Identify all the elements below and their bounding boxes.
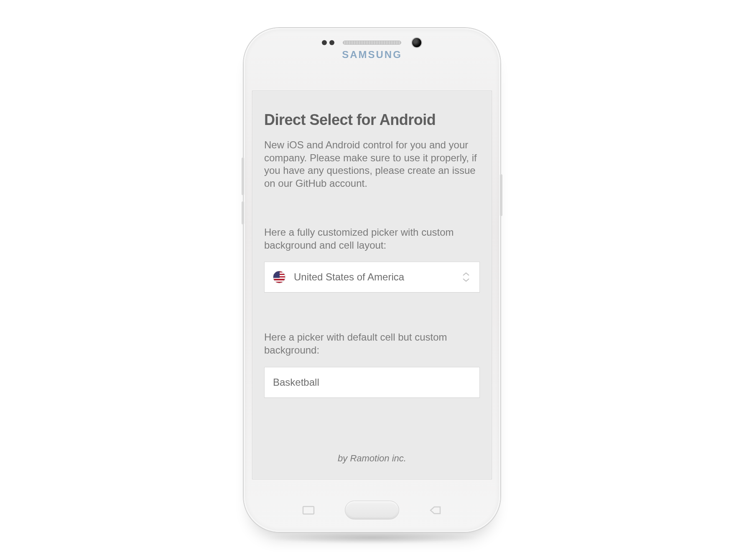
phone-bottom-hardware: [244, 501, 500, 519]
country-picker-value: United States of America: [294, 271, 453, 283]
phone-mockup-frame: SAMSUNG Direct Select for Android New iO…: [244, 28, 500, 532]
sensor-row: [297, 41, 447, 45]
picker1-label: Here a fully customized picker with cust…: [264, 226, 480, 252]
page-title: Direct Select for Android: [264, 111, 480, 129]
flag-us-icon: [273, 271, 285, 283]
volume-down-button: [242, 201, 244, 224]
intro-text: New iOS and Android control for you and …: [264, 139, 480, 190]
device-brand-label: SAMSUNG: [342, 49, 402, 61]
device-screen: Direct Select for Android New iOS and An…: [252, 91, 492, 479]
front-camera-icon: [411, 37, 422, 48]
power-button: [500, 174, 502, 216]
back-icon: [428, 504, 443, 516]
sport-picker-value: Basketball: [273, 377, 471, 388]
volume-up-button: [242, 158, 244, 195]
proximity-sensor-icon: [322, 40, 334, 45]
svg-rect-0: [303, 507, 314, 514]
recent-apps-icon: [301, 504, 316, 516]
picker2-label: Here a picker with default cell but cust…: [264, 331, 480, 356]
speaker-grill-icon: [343, 41, 401, 45]
phone-top-hardware: SAMSUNG: [244, 41, 500, 61]
home-button: [345, 501, 399, 519]
footer-credit: by Ramotion inc.: [264, 453, 480, 464]
sport-picker[interactable]: Basketball: [264, 367, 480, 398]
picker-chevrons-icon: [461, 272, 471, 282]
country-picker[interactable]: United States of America: [264, 262, 480, 293]
